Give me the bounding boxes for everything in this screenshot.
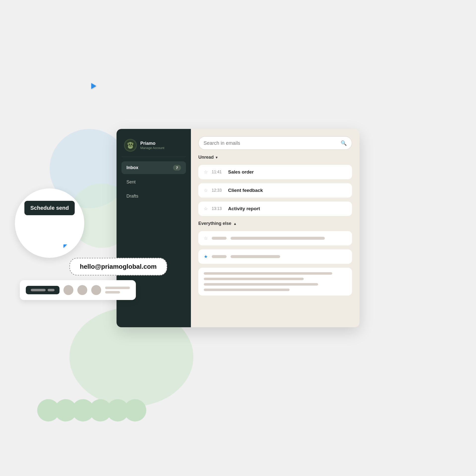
sidebar-item-inbox[interactable]: Inbox 7: [121, 161, 186, 174]
toolbar-text-group: [105, 287, 130, 294]
email-item-client-feedback[interactable]: ☆ 12:33 Client feedback: [198, 183, 352, 198]
scallop-decoration: [37, 399, 141, 421]
toolbar-avatar-3: [91, 285, 101, 295]
email-address-text: hello@priamoglobal.com: [80, 263, 157, 270]
toolbar-avatar-1: [63, 285, 73, 295]
sidebar-item-drafts[interactable]: Drafts: [121, 190, 186, 202]
compose-toolbar[interactable]: [20, 280, 136, 300]
email-item-blurred-1[interactable]: ☆: [198, 231, 352, 245]
search-input[interactable]: [204, 140, 338, 146]
drafts-label: Drafts: [126, 194, 138, 199]
email-time-3: 13:13: [212, 207, 224, 211]
blurred-time-1: [212, 237, 227, 240]
schedule-send-circle: Schedule send: [15, 188, 84, 258]
everything-else-label: Everything else: [198, 221, 231, 226]
schedule-send-label: Schedule send: [30, 205, 69, 211]
blurred-subject-1: [231, 237, 325, 240]
search-bar[interactable]: 🔍: [198, 136, 352, 150]
expanded-line-4: [204, 289, 290, 291]
inbox-badge: 7: [173, 165, 181, 171]
toolbar-text-bar-1: [105, 287, 130, 289]
email-subject-2: Client feedback: [228, 188, 263, 193]
search-icon: 🔍: [341, 140, 347, 146]
email-time-1: 11:41: [212, 170, 224, 174]
account-section[interactable]: Priamo Manage Account: [121, 136, 186, 157]
toolbar-text-bar-2: [105, 291, 120, 294]
email-address-pill: hello@priamoglobal.com: [69, 258, 167, 275]
account-info: Priamo Manage Account: [140, 141, 164, 150]
star-icon-blurred-2[interactable]: ★: [204, 254, 208, 259]
sidebar-item-sent[interactable]: Sent: [121, 176, 186, 188]
inbox-label: Inbox: [126, 165, 138, 170]
cursor-arrow-icon: [91, 83, 96, 89]
email-pill-container: hello@priamoglobal.com: [69, 258, 167, 275]
schedule-cursor: [63, 244, 67, 248]
schedule-send-container: Schedule send: [15, 188, 84, 258]
star-icon-1[interactable]: ☆: [204, 169, 208, 175]
email-item-sales-order[interactable]: ☆ 11:41 Sales order: [198, 165, 352, 179]
avatar: [124, 139, 137, 152]
blurred-subject-2: [231, 255, 280, 258]
main-content: 🔍 Unread ▾ ☆ 11:41 Sales order ☆ 12:33 C…: [191, 129, 359, 327]
inbox-cursor: [91, 83, 96, 89]
everything-else-chevron: ▲: [233, 222, 237, 226]
email-subject-1: Sales order: [228, 169, 254, 175]
toolbar-bar-1: [31, 289, 46, 291]
star-icon-3[interactable]: ☆: [204, 206, 208, 211]
email-subject-3: Activity report: [228, 206, 260, 211]
expanded-line-3: [204, 283, 318, 286]
email-time-2: 12:33: [212, 188, 224, 193]
account-subtitle: Manage Account: [140, 146, 164, 150]
sent-label: Sent: [126, 179, 136, 185]
priamo-logo-icon: [125, 140, 136, 151]
section-header-everything[interactable]: Everything else ▲: [198, 220, 352, 227]
email-expanded-content: [198, 268, 352, 296]
account-name: Priamo: [140, 141, 164, 146]
blurred-time-2: [212, 255, 227, 258]
svg-point-7: [129, 145, 132, 146]
compose-send-button[interactable]: [26, 286, 60, 294]
expanded-line-2: [204, 278, 304, 280]
toolbar-bar-2: [48, 289, 55, 291]
unread-chevron: ▾: [216, 155, 217, 159]
app-window: Priamo Manage Account Inbox 7 Sent Draft…: [117, 129, 359, 327]
star-icon-blurred-1[interactable]: ☆: [204, 236, 208, 241]
star-icon-2[interactable]: ☆: [204, 188, 208, 193]
email-item-blurred-2[interactable]: ★: [198, 249, 352, 264]
email-item-activity-report[interactable]: ☆ 13:13 Activity report: [198, 202, 352, 216]
expanded-line-1: [204, 272, 332, 275]
unread-label: Unread: [198, 155, 214, 160]
toolbar-avatar-2: [77, 285, 87, 295]
schedule-send-tooltip: Schedule send: [24, 201, 75, 215]
section-header-unread[interactable]: Unread ▾: [198, 154, 352, 161]
